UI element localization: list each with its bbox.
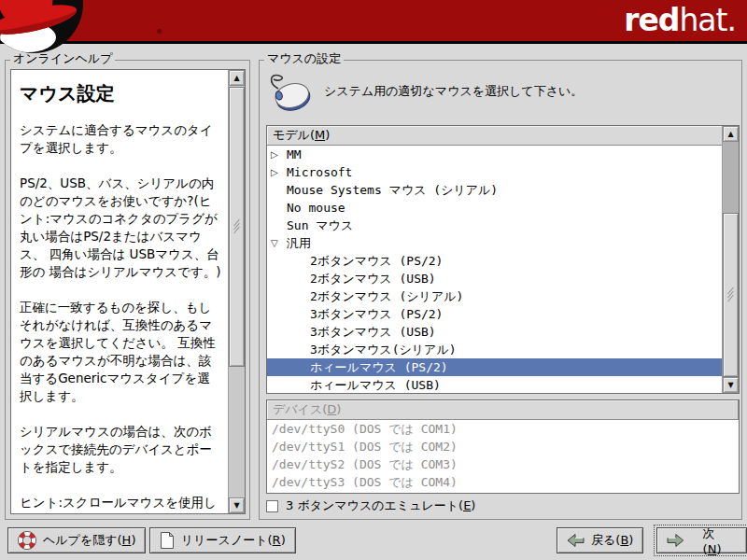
release-notes-button[interactable]: リリースノート(R) [149,527,296,553]
emulate-label-text: 3 ボタンマウスのエミュレート( [286,498,463,512]
model-row[interactable]: Sun マウス [267,217,723,234]
model-row[interactable]: 3ボタンマウス (PS/2) [267,305,723,323]
redhat-wordmark: redhat. [624,1,736,40]
device-column-header: デバイス(D) [267,400,739,420]
model-column-header[interactable]: モデル(M) [267,126,723,146]
device-row: /dev/ttyS0 (DOS では COM1) [267,420,739,438]
lifesaver-icon [18,531,36,550]
expander-open-icon[interactable]: ▽ [271,234,287,252]
expander-closed-icon[interactable]: ▷ [271,146,287,163]
help-scrollbar[interactable]: ▲ ▼ [228,70,245,513]
mouse-icon [266,72,313,111]
scroll-up-icon[interactable]: ▲ [723,126,739,142]
device-header-close: ) [336,402,341,416]
model-row[interactable]: 3ボタンマウス (USB) [267,323,723,341]
model-header-close: ) [325,128,330,142]
help-paragraph: ヒント:スクロールマウスを使用している場合、 互換マウスタイプとしてMSインテリ… [20,494,222,513]
arrow-left-icon [567,533,585,548]
redhat-wordmark-light: hat. [679,2,736,38]
help-paragraphs: システムに適合するマウスのタイプを選択します。PS/2、USB、バス、シリアルの… [20,121,222,513]
model-row-label: 汎用 [287,234,311,252]
emulate-3button-checkbox[interactable] [266,500,278,512]
model-row[interactable]: 2ボタンマウス (シリアル) [267,287,723,305]
model-header-mnemonic: M [315,128,325,142]
model-row-label: No mouse [287,199,345,217]
help-content: マウス設定 システムに適合するマウスのタイプを選択します。PS/2、USB、バス… [11,70,228,513]
device-list-body: /dev/ttyS0 (DOS では COM1)/dev/ttyS1 (DOS … [267,420,739,493]
model-list-body: ▷MM▷MicrosoftMouse Systems マウス (シリアル)No … [267,146,723,393]
model-scrollbar-thumb[interactable] [723,213,739,377]
help-viewport: マウス設定 システムに適合するマウスのタイプを選択します。PS/2、USB、バス… [10,69,246,514]
scroll-down-icon[interactable]: ▼ [723,377,739,393]
device-row: /dev/ttyS3 (DOS では COM4) [267,473,739,491]
emulate-label-close: ) [471,498,475,512]
scrollbar-grip [724,287,738,301]
instruction-row: システム用の適切なマウスを選択して下さい。 [266,72,583,111]
model-row-label: MM [287,146,302,163]
scroll-up-icon[interactable]: ▲ [229,70,245,86]
help-paragraph: 正確に一致するものを探し、もしそれがなければ、互換性のあるマウスを選択してくださ… [20,299,222,405]
model-row[interactable]: 2ボタンマウス (USB) [267,270,723,287]
model-scrollbar-trough[interactable] [723,142,739,213]
online-help-frame: オンラインヘルプ マウス設定 システムに適合するマウスのタイプを選択します。PS… [5,60,250,520]
model-row-label: Mouse Systems マウス (シリアル) [287,181,498,199]
hide-help-button[interactable]: ヘルプを隠す(H) [7,527,146,553]
model-header-text: モデル( [273,128,315,142]
device-row: /dev/ttyS2 (DOS では COM3) [267,455,739,473]
document-icon [160,531,175,550]
model-list: モデル(M) ▷MM▷MicrosoftMouse Systems マウス (シ… [266,125,740,394]
mouse-settings-frame: マウスの設定 システム用の適切なマウスを選択して下さい。 モデル(M) ▷MM▷… [259,60,742,520]
help-paragraph: PS/2、USB、バス、シリアルの内のどのマウスをお使いですか?(ヒント:マウス… [20,175,222,281]
mouse-settings-frame-label: マウスの設定 [264,52,344,65]
model-row-label: 3ボタンマウス (PS/2) [310,305,443,323]
model-row-label: ホィールマウス (PS/2) [310,358,448,376]
arrow-right-icon [667,533,684,548]
scrollbar-grip [230,219,244,233]
back-button[interactable]: 戻る(B) [557,527,643,553]
model-row[interactable]: ▽汎用 [267,234,723,252]
model-row[interactable]: ホィールマウス (PS/2) [267,358,723,376]
model-row[interactable]: 2ボタンマウス (PS/2) [267,252,723,270]
expander-closed-icon[interactable]: ▷ [271,163,287,181]
instruction-text: システム用の適切なマウスを選択して下さい。 [324,83,583,100]
device-row: /dev/ttyS1 (DOS では COM2) [267,438,739,455]
release-notes-label: リリースノート(R) [181,532,286,549]
model-row[interactable]: No mouse [267,199,723,217]
model-row-label: Microsoft [287,163,352,181]
redhat-shadowman-logo-icon [0,0,86,56]
back-label: 戻る(B) [591,532,633,549]
model-row-label: 3ボタンマウス (USB) [310,323,436,341]
model-row[interactable]: 3ボタンマウス(シリアル) [267,341,723,358]
model-scrollbar[interactable]: ▲ ▼ [722,126,739,393]
model-row-label: 2ボタンマウス (USB) [310,270,436,287]
next-button[interactable]: 次(N) [656,527,747,553]
emulate-3button-label: 3 ボタンマウスのエミュレート(E) [286,497,475,514]
help-paragraph: シリアルマウスの場合は、次のボックスで接続先のデバイスとポートを指定します。 [20,423,222,476]
hide-help-label: ヘルプを隠す(H) [43,532,135,549]
help-paragraph: システムに適合するマウスのタイプを選択します。 [20,121,222,157]
device-header-text: デバイス( [273,402,327,416]
emulate-3button-row[interactable]: 3 ボタンマウスのエミュレート(E) [266,497,475,514]
next-label: 次(N) [703,525,733,556]
help-scrollbar-thumb[interactable] [229,87,245,367]
device-list: デバイス(D) /dev/ttyS0 (DOS では COM1)/dev/tty… [266,399,740,494]
scroll-down-icon[interactable]: ▼ [229,497,245,513]
model-row[interactable]: Mouse Systems マウス (シリアル) [267,181,723,199]
model-row-label: 3ボタンマウス(シリアル) [310,341,457,358]
model-row-label: Sun マウス [287,217,353,234]
device-header-mnemonic: D [327,402,336,416]
redhat-wordmark-bold: red [624,2,679,38]
model-row-label: 2ボタンマウス (PS/2) [310,252,443,270]
model-row[interactable]: ▷MM [267,146,723,163]
model-row[interactable]: ▷Microsoft [267,163,723,181]
model-row-label: 2ボタンマウス (シリアル) [310,287,463,305]
help-title: マウス設定 [20,81,222,106]
model-row-label: ホィールマウス (USB) [310,376,441,393]
registered-trademark: ® [156,28,162,35]
model-row[interactable]: ホィールマウス (USB) [267,376,723,393]
